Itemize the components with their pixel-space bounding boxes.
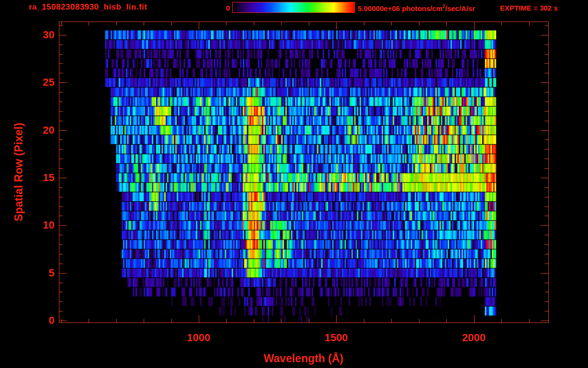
y-tick-label: 0 (34, 314, 55, 327)
y-tick-label: 15 (34, 172, 55, 184)
y-tick-label: 10 (34, 219, 55, 231)
spectrogram-canvas (0, 0, 588, 368)
x-tick-label: 1000 (177, 332, 220, 344)
y-axis-title: Spatial Row (Pixel) (12, 100, 27, 244)
x-tick-label: 1500 (315, 332, 358, 344)
plot-window: ra_150823083930_hisb_lin.fit 0 5.00000e+… (0, 0, 588, 368)
y-tick-label: 20 (34, 124, 55, 137)
x-tick-label: 2000 (452, 332, 496, 344)
y-tick-label: 30 (34, 29, 55, 41)
y-tick-label: 5 (34, 267, 55, 279)
y-tick-label: 25 (34, 76, 55, 89)
x-axis-title: Wavelength (Å) (244, 352, 363, 365)
